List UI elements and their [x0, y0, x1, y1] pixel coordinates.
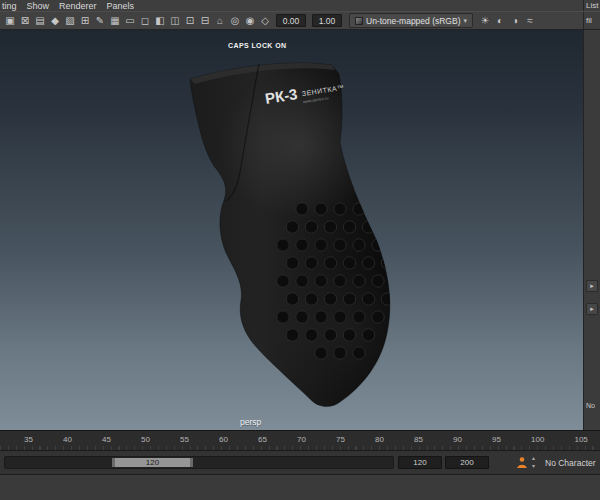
character-set-icon[interactable] — [515, 456, 529, 470]
channel-box-collapsed-strip: ▸▸ No — [583, 30, 600, 430]
playback-range-handle[interactable]: 120 — [112, 458, 193, 467]
time-slider[interactable]: 35404550556065707580859095100105 — [0, 430, 600, 450]
view-transform-swatch-icon — [355, 17, 363, 25]
lock-camera-icon[interactable]: ⊠ — [18, 13, 32, 28]
frame-number: 50 — [141, 435, 150, 444]
safe-action-icon[interactable]: ⊡ — [183, 13, 197, 28]
frame-number: 75 — [336, 435, 345, 444]
menu-item[interactable]: Panels — [107, 1, 135, 11]
field-chart-icon[interactable]: ◫ — [168, 13, 182, 28]
grip-highlight — [220, 70, 380, 220]
right-panel-truncated-label: fil — [583, 12, 600, 29]
panel-expand-arrow-icon[interactable]: ▸ — [586, 303, 598, 315]
film-gate-icon[interactable]: ▭ — [123, 13, 137, 28]
right-panel-menu[interactable]: List — [583, 0, 600, 11]
range-slider-track[interactable]: 120 — [4, 456, 394, 469]
character-set-spinner[interactable]: ▴ ▾ — [532, 455, 535, 471]
frame-number: 35 — [24, 435, 33, 444]
view-transform-dropdown[interactable]: Un-tone-mapped (sRGB) ▾ — [349, 13, 473, 28]
xray-icon[interactable]: ◇ — [258, 13, 272, 28]
menu-item[interactable]: Renderer — [59, 1, 97, 11]
viewport-3d[interactable]: CAPS LOCK ON — [0, 30, 583, 430]
frame-number: 80 — [375, 435, 384, 444]
right-panel-menu-label: List — [586, 1, 598, 10]
chevron-down-icon: ▾ — [463, 17, 467, 25]
frame-number: 90 — [453, 435, 462, 444]
safe-title-icon[interactable]: ⊟ — [198, 13, 212, 28]
frame-number: 55 — [180, 435, 189, 444]
spinner-up-icon[interactable]: ▴ — [532, 455, 535, 463]
range-slider-row: 120 120 200 ▴ ▾ No Character — [0, 450, 600, 474]
viewport-toolbar-left: ▣⊠▤◆▧⊞✎▦▭◻◧◫⊡⊟⌂◎◉◇ 0.00 1.00 Un-tone-map… — [0, 12, 583, 29]
spinner-down-icon[interactable]: ▾ — [532, 463, 535, 471]
frame-number: 85 — [414, 435, 423, 444]
toolbar-icon-group-right: ☀◐◑≈ — [478, 13, 537, 28]
menu-item[interactable]: ting — [2, 1, 17, 11]
character-set-dropdown[interactable]: No Character — [545, 458, 596, 468]
grip-model[interactable]: РК-3 ЗЕНИТКА™ www.zenitco.ru — [0, 30, 583, 430]
camera-attributes-icon[interactable]: ▤ — [33, 13, 47, 28]
panel-menu-items: tingShowRendererPanels — [0, 0, 583, 11]
right-panel-truncated-text: fil — [586, 16, 592, 25]
bookmarks-icon[interactable]: ◆ — [48, 13, 62, 28]
motion-blur-icon[interactable]: ≈ — [523, 13, 537, 28]
resolution-gate-icon[interactable]: ◻ — [138, 13, 152, 28]
gate-mask-icon[interactable]: ◧ — [153, 13, 167, 28]
gamma-field[interactable]: 1.00 — [312, 14, 342, 27]
frame-number: 70 — [297, 435, 306, 444]
frame-number: 100 — [531, 435, 544, 444]
view-transform-value: Un-tone-mapped (sRGB) — [366, 16, 460, 26]
grid-icon[interactable]: ▦ — [108, 13, 122, 28]
select-camera-icon[interactable]: ▣ — [3, 13, 17, 28]
exposure-field[interactable]: 0.00 — [276, 14, 306, 27]
frame-number: 95 — [492, 435, 501, 444]
frame-selection-icon[interactable]: ◎ — [228, 13, 242, 28]
panel-expand-arrows: ▸▸ — [585, 280, 599, 315]
frame-number: 105 — [574, 435, 587, 444]
frame-number: 60 — [219, 435, 228, 444]
animation-end-field[interactable]: 200 — [445, 456, 489, 469]
main-area: CAPS LOCK ON — [0, 30, 600, 430]
isolate-select-icon[interactable]: ◉ — [243, 13, 257, 28]
frame-numbers: 35404550556065707580859095100105 — [0, 431, 600, 450]
frame-all-icon[interactable]: ⌂ — [213, 13, 227, 28]
pan-zoom-icon[interactable]: ⊞ — [78, 13, 92, 28]
playback-range-value: 120 — [146, 458, 159, 467]
playback-end-field[interactable]: 120 — [398, 456, 442, 469]
panel-menubar: tingShowRendererPanels List — [0, 0, 600, 11]
grease-pencil-icon[interactable]: ✎ — [93, 13, 107, 28]
command-line-bar[interactable] — [0, 474, 600, 500]
viewport-toolbar: ▣⊠▤◆▧⊞✎▦▭◻◧◫⊡⊟⌂◎◉◇ 0.00 1.00 Un-tone-map… — [0, 11, 600, 30]
panel-expand-arrow-icon[interactable]: ▸ — [586, 280, 598, 292]
right-strip-truncated-label: No — [586, 402, 595, 409]
menu-item[interactable]: Show — [27, 1, 50, 11]
toolbar-icon-group-left: ▣⊠▤◆▧⊞✎▦▭◻◧◫⊡⊟⌂◎◉◇ — [3, 13, 272, 28]
frame-number: 45 — [102, 435, 111, 444]
lights-icon[interactable]: ☀ — [478, 13, 492, 28]
shadows-icon[interactable]: ◐ — [493, 13, 507, 28]
image-plane-icon[interactable]: ▧ — [63, 13, 77, 28]
maya-window: tingShowRendererPanels List ▣⊠▤◆▧⊞✎▦▭◻◧◫… — [0, 0, 600, 500]
ambient-occlusion-icon[interactable]: ◑ — [508, 13, 522, 28]
frame-number: 65 — [258, 435, 267, 444]
frame-number: 40 — [63, 435, 72, 444]
camera-name-label[interactable]: persp — [240, 417, 261, 427]
